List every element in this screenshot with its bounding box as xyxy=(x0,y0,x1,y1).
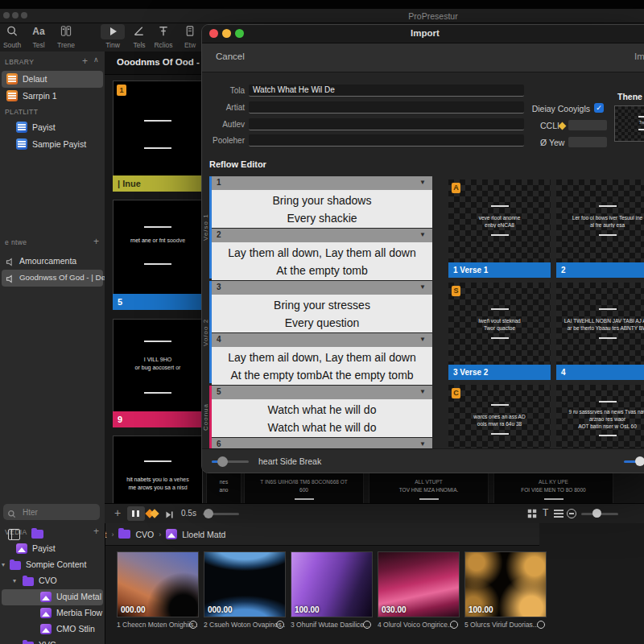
filter-input[interactable] xyxy=(21,506,98,518)
right-slider-knob[interactable] xyxy=(635,456,644,466)
preview-slide-6[interactable]: 9 ru sasssrves na news Tvas nav arzrao r… xyxy=(556,385,644,448)
toolbar-reflow-label[interactable]: Rclios xyxy=(154,41,172,49)
reflow-slide-text-5[interactable]: Watch what he will do Watch what he will… xyxy=(212,399,432,437)
sidebar-item-default[interactable]: Delaut xyxy=(2,71,103,88)
year-input[interactable] xyxy=(568,137,607,147)
zoom-out-icon[interactable] xyxy=(567,509,576,518)
media-item-marble-flow[interactable]: Merbia Flow xyxy=(0,605,105,621)
reflow-slide-header-4[interactable]: 4 ▼ xyxy=(212,333,432,347)
break-slider-knob[interactable] xyxy=(217,456,228,467)
loop-icon[interactable] xyxy=(450,621,458,629)
window-zoom-button[interactable] xyxy=(21,12,27,19)
slide-caption[interactable]: | Inue xyxy=(113,175,203,192)
media-item-liquid-metal[interactable]: Uquid Metal xyxy=(2,589,103,605)
audio-add-button[interactable]: + xyxy=(93,236,99,247)
media-caption[interactable]: 5 Olurcs Viriuf Duorias... xyxy=(464,621,546,630)
dropdown-icon[interactable]: ▼ xyxy=(419,179,426,186)
toolbar-show-label[interactable]: Tinw xyxy=(105,41,120,49)
preview-slide-2[interactable]: Ler foo ol bows iver Tesuul ine al fre a… xyxy=(556,180,644,262)
reflow-slide-header-2[interactable]: 2 ▼ xyxy=(212,229,432,242)
window-close-button[interactable] xyxy=(3,12,10,19)
media-thumbnail-3[interactable]: 100.00 xyxy=(291,551,373,617)
filter-field[interactable] xyxy=(3,504,100,520)
window-minimize-button[interactable] xyxy=(12,12,19,19)
loop-icon[interactable] xyxy=(537,621,545,629)
loop-icon[interactable] xyxy=(189,621,197,629)
import-button[interactable]: Imp xyxy=(634,52,644,61)
media-caption[interactable]: 4 Olurol Voico Ongirice... xyxy=(378,621,459,630)
slide-thumbnail-2[interactable]: rnet ane or fnt soodve xyxy=(113,200,203,295)
preview-caption[interactable]: 2 xyxy=(556,262,644,278)
slide-thumbnail-partial[interactable]: nes ano xyxy=(206,470,242,504)
theme-icon[interactable] xyxy=(60,25,72,40)
slide-thumbnail-3[interactable]: I VILL 9HO or bug aocosert or xyxy=(113,319,203,413)
sidebar-toggle-icon[interactable] xyxy=(8,529,20,540)
dialog-close-button[interactable] xyxy=(209,29,218,38)
dropdown-icon[interactable]: ▼ xyxy=(419,283,426,291)
artist-input[interactable] xyxy=(249,101,524,114)
slide-thumbnail-row[interactable]: ALL KY UPE FOI VI6E MEN TO 8O 8000 xyxy=(493,470,613,504)
edit-icon[interactable] xyxy=(134,25,146,40)
preview-slide-3[interactable]: S Iweñ vout steknad Twor quactoe xyxy=(448,283,551,365)
chevron-down-icon[interactable]: ▾ xyxy=(13,577,16,584)
sidebar-item-goodness-of-god[interactable]: Goodnwss Of God - | Delash ) xyxy=(2,270,103,287)
text-view-icon[interactable]: T xyxy=(543,507,548,518)
slide-thumbnail-row[interactable]: ALL VTUPT TOV HNE MZA HNOMIA. xyxy=(369,470,489,504)
media-caption[interactable]: 2 Csueh Woton Ovapinos... xyxy=(204,621,285,630)
media-thumbnail-5[interactable]: 100.00 xyxy=(464,551,547,617)
thumbnail-size-knob[interactable] xyxy=(592,509,601,518)
dropdown-icon[interactable]: ▼ xyxy=(419,440,426,448)
slide-thumbnail-4[interactable]: hit nabets you io a vehes me arcws you s… xyxy=(113,436,203,505)
reflow-slide-text-3[interactable]: Bring your stresses Every question xyxy=(212,295,432,332)
sidebar-item-playlist[interactable]: Payist xyxy=(0,119,105,136)
show-button[interactable] xyxy=(101,24,125,39)
skip-forward-icon[interactable] xyxy=(164,509,175,523)
sidebar-item-sample-playlist[interactable]: Sampie Payist xyxy=(0,136,105,153)
pause-button[interactable] xyxy=(127,506,145,521)
slide-caption[interactable]: 9 xyxy=(113,411,203,427)
slide-caption[interactable]: 5 xyxy=(113,294,203,310)
search-icon[interactable] xyxy=(6,25,19,40)
display-copyright-checkbox[interactable]: ✓ xyxy=(594,103,604,113)
reflow-slide-header-3[interactable]: 3 ▼ xyxy=(212,281,432,295)
preview-caption[interactable]: 3 Verse 2 xyxy=(448,365,551,380)
reflow-slide-text-2[interactable]: Lay them all down, Lay them all down At … xyxy=(212,242,432,280)
preview-slide-5[interactable]: C warcs ones an ass AD ools mwr ra 64u 3… xyxy=(448,385,551,448)
slide-thumbnail-row[interactable]: T IN6S UIIHO/I8 TM6 8OCON668 OT 600 xyxy=(244,470,364,504)
toolbar-theme-label[interactable]: Trene xyxy=(57,41,75,49)
toolbar-bible-label[interactable]: Etw xyxy=(184,41,196,49)
dropdown-icon[interactable]: ▼ xyxy=(419,336,426,343)
media-thumbnail-4[interactable]: 030.00 xyxy=(378,551,460,617)
media-item-playlist[interactable]: Payist xyxy=(0,541,105,557)
dropdown-icon[interactable]: ▼ xyxy=(419,231,426,238)
dropdown-icon[interactable]: ▼ xyxy=(419,388,426,395)
dialog-zoom-button[interactable] xyxy=(235,29,244,38)
add-slide-button[interactable]: + xyxy=(114,506,121,519)
list-view-icon[interactable] xyxy=(554,510,564,511)
library-collapse-icon[interactable]: ∧ xyxy=(93,56,99,64)
media-item-yvc[interactable]: ▸ YVC xyxy=(0,638,105,644)
theme-thumbnail[interactable]: 7nre xyxy=(614,105,644,142)
reflow-slide-header-5[interactable]: 5 ▼ xyxy=(212,386,432,399)
preview-caption[interactable]: 1 Verse 1 xyxy=(448,262,551,278)
chevron-down-icon[interactable]: ▾ xyxy=(2,561,5,568)
ccli-input[interactable] xyxy=(568,120,607,130)
transition-slider-knob[interactable] xyxy=(204,509,213,518)
media-item-cmo-stills[interactable]: CMO Stlin xyxy=(0,621,105,638)
preview-caption[interactable]: 4 xyxy=(556,365,644,380)
slideshow-icon[interactable] xyxy=(147,508,159,519)
publisher-input[interactable] xyxy=(249,134,524,147)
media-caption[interactable]: 1 Cheecn Moten Onighiis... xyxy=(117,621,198,630)
breadcrumb-item[interactable]: CVO xyxy=(135,530,154,539)
author-input[interactable] xyxy=(249,118,524,130)
reflow-slide-text-4[interactable]: Lay them ail down, Lay them ail down At … xyxy=(212,347,432,385)
media-add-button[interactable]: + xyxy=(93,526,99,537)
media-item-sample-content[interactable]: ▾ Sompie Content xyxy=(0,557,105,573)
reflow-slide-text-1[interactable]: Bring your shadows Every shackie xyxy=(212,190,432,228)
bible-icon[interactable] xyxy=(184,25,196,40)
media-thumbnail-1[interactable]: 000.00 xyxy=(117,551,199,617)
slide-thumbnail-1[interactable]: 1 xyxy=(113,80,203,176)
toolbar-edit-label[interactable]: Tels xyxy=(133,41,145,49)
grid-view-icon[interactable] xyxy=(526,508,538,522)
toolbar-search-label[interactable]: South xyxy=(3,41,21,49)
